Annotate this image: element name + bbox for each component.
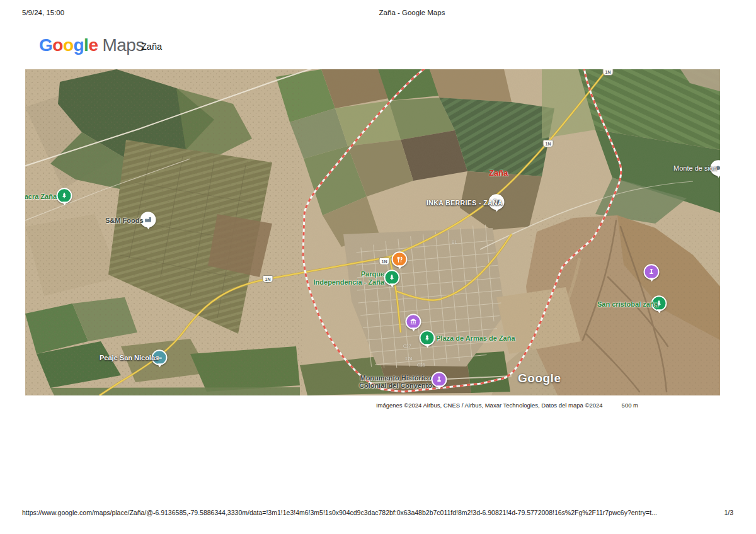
map-attribution-row: Imágenes ©2024 Airbus, CNES / Airbus, Ma…	[25, 402, 638, 409]
poi-marker-museum	[406, 314, 421, 329]
road-shield-1n: 1N	[543, 140, 554, 147]
footer-url: https://www.google.com/maps/place/Zaña/@…	[22, 509, 657, 516]
logo-letter: o	[52, 35, 63, 55]
poi-marker-cerro-monument	[644, 264, 660, 280]
road-shield-label: 1N	[605, 70, 611, 74]
logo-letter: g	[74, 35, 84, 55]
map-attribution: Imágenes ©2024 Airbus, CNES / Airbus, Ma…	[376, 402, 603, 409]
label-peaje-san-nicolas: Peaje San Nicolas	[100, 354, 159, 362]
print-timestamp: 5/9/24, 15:00	[22, 9, 64, 16]
google-maps-logo: Google Maps	[39, 35, 144, 55]
logo-maps-word: Maps	[102, 35, 144, 55]
road-shield-1n: 1N	[379, 258, 390, 265]
logo-letter: e	[88, 35, 98, 55]
label-line: Colonial del Convento	[340, 382, 451, 390]
printed-page: { "page": { "timestamp": "5/9/24, 15:00"…	[0, 0, 756, 534]
street-label: C26	[417, 363, 425, 367]
logo-letter: o	[63, 35, 74, 55]
monument-icon	[648, 268, 656, 276]
label-zana-city: Zaña	[489, 169, 508, 177]
label-plaza-de-armas: Plaza de Armas de Zaña	[436, 334, 515, 343]
restaurant-icon	[396, 256, 403, 263]
map-scale-label: 500 m	[622, 402, 638, 409]
museum-icon	[410, 317, 418, 326]
poi-marker-restaurant	[392, 251, 408, 267]
search-query: Zaña	[141, 42, 162, 52]
label-parque-independencia: Parque Independencia - Zaña	[284, 270, 384, 287]
label-inka-berries: INKA BERRIES - ZAÑA	[427, 199, 503, 207]
poi-marker-plaza-de-armas	[420, 330, 435, 346]
label-san-cristobal: San cristobal zaña	[597, 300, 658, 309]
road-shield-1n: 1N	[263, 275, 273, 283]
label-line: Parque	[284, 270, 384, 278]
label-sm-foods: S&M Foods	[105, 217, 144, 225]
label-chacra-zana: Chacra Zaña	[25, 193, 57, 201]
road-shield-label: 1N	[382, 259, 387, 264]
poi-marker-chacra-zana	[57, 188, 72, 203]
tree-icon	[423, 334, 432, 342]
logo-letter: G	[39, 35, 52, 55]
road-shield-label: 1N	[265, 277, 271, 281]
road-shield-label: 1N	[546, 142, 551, 146]
street-label: 174	[405, 356, 413, 361]
label-line: Independencia - Zaña	[284, 278, 384, 287]
street-label: B1	[452, 240, 457, 244]
map-overlay: 1N 1N 1N 1N B1 C27 174 C26	[25, 69, 720, 395]
print-doc-title: Zaña - Google Maps	[379, 9, 445, 16]
poi-marker-parque-independencia	[384, 270, 400, 285]
map-canvas: 1N 1N 1N 1N B1 C27 174 C26	[25, 69, 720, 395]
label-monte-de-sion: Monte de sion	[673, 164, 717, 173]
page-number: 1/3	[724, 509, 733, 516]
google-watermark: Google	[518, 372, 561, 385]
tree-icon	[388, 273, 396, 281]
street-label: C27	[403, 344, 411, 348]
label-monumento-historico: Monumento Histórico Colonial del Convent…	[340, 375, 451, 389]
factory-icon	[144, 215, 152, 224]
label-line: Monumento Histórico	[340, 375, 451, 382]
logo-letter: l	[84, 35, 88, 55]
tree-icon	[60, 191, 69, 200]
road-shield-1n: 1N	[603, 69, 614, 76]
